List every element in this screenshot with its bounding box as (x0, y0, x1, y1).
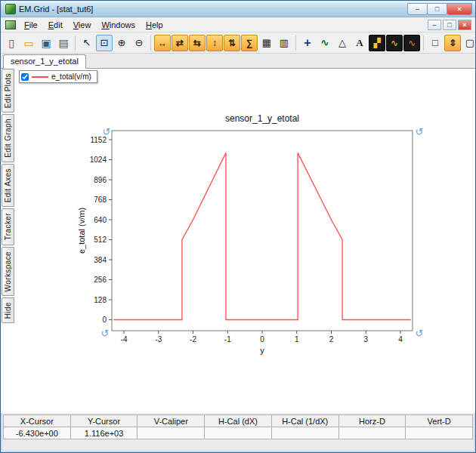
legend-checkbox[interactable] (21, 73, 29, 81)
child-close-button[interactable]: × (458, 20, 471, 30)
sidebar-tab-label: Workspace (3, 248, 13, 295)
legend-label: e_total(v/m) (51, 72, 91, 81)
chart-svg: 012825638451264076889610241152-4-3-2-101… (76, 105, 431, 365)
status-label-vert-d: Vert-D (406, 415, 473, 427)
x-axis-label: y (260, 346, 264, 355)
sidebar-tab-edit-graph[interactable]: Edit Graph (2, 114, 14, 162)
blank-box-icon[interactable]: ▢ (462, 35, 476, 51)
y-tick-label: 768 (94, 196, 107, 204)
curve-icon[interactable]: ∿ (317, 35, 333, 51)
status-label-x-cursor: X-Cursor (4, 415, 71, 427)
window-controls: – □ × (408, 3, 472, 15)
x-tick-label: -4 (121, 335, 128, 344)
new-document-icon[interactable]: ▯ (3, 35, 20, 51)
status-value-v-caliper (138, 427, 205, 439)
sidebar-tab-label: Edit Plots (3, 69, 13, 112)
status-value-y-cursor: 1.116e+03 (71, 427, 138, 439)
y-tick-label: 512 (94, 236, 107, 244)
menu-bar: FileEditViewWindowsHelp – □ × (1, 17, 475, 32)
x-tick-label: -3 (155, 335, 162, 344)
sidebar-tab-edit-plots[interactable]: Edit Plots (2, 69, 14, 112)
waveform-icon[interactable]: ∿ (386, 35, 403, 51)
add-marker-icon[interactable]: + (299, 35, 316, 51)
status-label-v-caliper: V-Caliper (138, 415, 205, 427)
table-icon[interactable]: ▥ (276, 35, 292, 51)
open-folder-icon[interactable]: ▭ (20, 35, 37, 51)
child-restore-button[interactable]: □ (443, 20, 456, 30)
menu-edit[interactable]: Edit (43, 18, 68, 32)
toolbar-separator (295, 35, 296, 51)
zoom-out-icon[interactable]: ⊖ (131, 35, 147, 51)
invert-colors-icon[interactable]: ▞ (369, 35, 385, 51)
toolbar: ▯▭▣▤↖⊡⊕⊖↔⇄⇆↕⇅∑▦▥+∿△A▞∿∿□⇕▢⇔ ≣ Layout (1, 32, 475, 54)
y-tick-label: 128 (94, 296, 107, 304)
swap-vertical-icon[interactable]: ⇅ (224, 35, 240, 51)
expand-horizontal-icon[interactable]: ↔ (154, 35, 171, 51)
minimize-button[interactable]: – (407, 3, 428, 15)
maximize-button[interactable]: □ (427, 3, 447, 15)
status-value-horz-d (339, 427, 406, 439)
sidebar-tab-workspace[interactable]: Workspace (2, 247, 14, 296)
zoom-window-icon[interactable]: ⊡ (96, 35, 113, 51)
tracker-handle-icon[interactable]: ↺ (103, 126, 111, 137)
x-tick-label: 3 (363, 335, 368, 344)
close-button[interactable]: × (447, 3, 472, 15)
child-window-icon (5, 20, 16, 29)
x-tick-label: 4 (398, 335, 403, 344)
window-title: EM.Grid - [stat_tut6] (19, 5, 93, 14)
polygon-icon[interactable]: △ (334, 35, 351, 51)
plot-page: Edit PlotsEdit GraphEdit AxesTrackerWork… (1, 69, 475, 413)
legend-box: e_total(v/m) (19, 70, 97, 83)
save-icon[interactable]: ▣ (38, 35, 54, 51)
expand-vertical-icon[interactable]: ↕ (206, 35, 223, 51)
y-tick-label: 384 (94, 256, 107, 264)
menu-file[interactable]: File (19, 18, 43, 32)
x-tick-label: -1 (224, 335, 231, 344)
y-tick-label: 896 (94, 176, 107, 184)
checkbox-grid-icon[interactable]: □ (427, 35, 444, 51)
tracker-handle-icon[interactable]: ↺ (416, 126, 424, 137)
sidebar-tab-edit-axes[interactable]: Edit Axes (2, 164, 14, 207)
tracker-handle-icon[interactable]: ↺ (101, 328, 110, 339)
y-tick-label: 256 (94, 276, 107, 284)
sidebar-tab-hide[interactable]: Hide (2, 297, 14, 323)
chart[interactable]: 012825638451264076889610241152-4-3-2-101… (76, 105, 431, 365)
status-value-h-cal-1-dx- (272, 427, 339, 439)
tab-sensor-1-y-etotal[interactable]: sensor_1_y_etotal (3, 54, 86, 69)
sidebar-tab-label: Tracker (3, 209, 13, 244)
status-value-x-cursor: -6.430e+00 (4, 427, 71, 439)
sidebar-tab-label: Edit Graph (3, 115, 13, 162)
series-line (113, 153, 410, 319)
plot-border (112, 131, 413, 331)
tab-row: sensor_1_y_etotal (1, 54, 475, 69)
child-window-controls: – □ × (428, 20, 474, 30)
grid-icon[interactable]: ▦ (258, 35, 275, 51)
menu-view[interactable]: View (68, 18, 97, 32)
waveform-alt-icon[interactable]: ∿ (403, 35, 420, 51)
tracker-handle-icon[interactable]: ↺ (416, 328, 424, 339)
menu-help[interactable]: Help (141, 18, 168, 32)
y-tick-label: 640 (94, 216, 107, 224)
child-minimize-button[interactable]: – (428, 20, 441, 30)
chart-title: sensor_1_y_etotal (225, 113, 299, 124)
x-tick-label: 2 (329, 335, 334, 344)
sum-icon[interactable]: ∑ (241, 35, 258, 51)
menu-windows[interactable]: Windows (96, 18, 141, 32)
print-icon[interactable]: ▤ (55, 35, 72, 51)
legend-line-sample (32, 76, 48, 78)
status-label-y-cursor: Y-Cursor (71, 415, 138, 427)
toolbar-icons: ▯▭▣▤↖⊡⊕⊖↔⇄⇆↕⇅∑▦▥+∿△A▞∿∿□⇕▢⇔ (3, 35, 476, 51)
fit-horizontal-icon[interactable]: ⇆ (189, 35, 206, 51)
sidebar-tab-tracker[interactable]: Tracker (2, 208, 14, 245)
status-label-h-cal-1-dx-: H-Cal (1/dX) (272, 415, 339, 427)
text-label-icon[interactable]: A (351, 35, 368, 51)
status-value-h-cal-dx- (205, 427, 272, 439)
status-table: X-CursorY-CursorV-CaliperH-Cal (dX)H-Cal… (3, 414, 473, 439)
vertical-range-icon[interactable]: ⇕ (444, 35, 461, 51)
status-value-vert-d (406, 427, 473, 439)
pointer-icon[interactable]: ↖ (79, 35, 95, 51)
swap-horizontal-icon[interactable]: ⇄ (172, 35, 188, 51)
toolbar-separator (75, 35, 76, 51)
zoom-in-icon[interactable]: ⊕ (113, 35, 130, 51)
title-bar[interactable]: EM.Grid - [stat_tut6] – □ × (1, 1, 475, 17)
